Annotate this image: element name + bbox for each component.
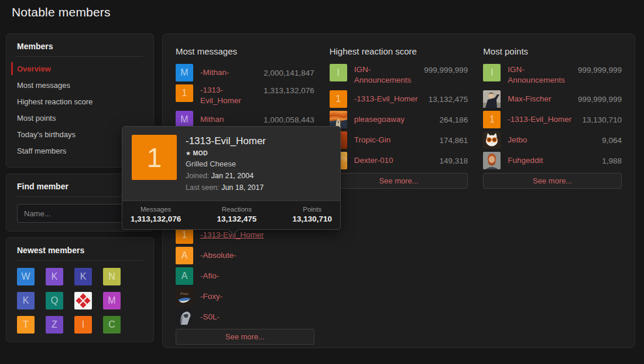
member-stat-value: 1,313,132,076 xyxy=(259,86,314,95)
member-row: Jetbo9,064 xyxy=(483,131,622,149)
avatar-bearded-man-art[interactable] xyxy=(483,152,501,169)
moderator-badge: ★MOD xyxy=(186,149,266,157)
column-highest-reaction-score: Highest reaction score IIGN-Announcement… xyxy=(330,46,468,335)
letter-avatar[interactable]: A xyxy=(176,267,193,285)
sidebar-item-most-points[interactable]: Most points xyxy=(17,110,143,126)
member-row: Tropic-Gin174,861 xyxy=(330,131,468,149)
member-stat-value: 2,000,141,847 xyxy=(259,69,314,77)
member-name-link[interactable]: -Afio- xyxy=(200,271,219,281)
letter-avatar[interactable]: 1 xyxy=(330,90,347,108)
member-name-link[interactable]: -Absolute- xyxy=(200,250,237,261)
member-name-link[interactable]: -1313-Evil_Homer xyxy=(200,85,259,106)
last-seen-value: Jun 18, 2017 xyxy=(221,183,263,192)
badge-label: MOD xyxy=(193,149,208,157)
member-name-link[interactable]: -S0L- xyxy=(200,312,220,322)
member-name-link[interactable]: -Mithan- xyxy=(200,67,229,78)
letter-avatar[interactable]: M xyxy=(176,64,193,81)
member-row: pleasegoaway264,186 xyxy=(330,111,468,128)
member-stat-value: 999,999,999 xyxy=(419,66,468,74)
letter-avatar[interactable]: 1 xyxy=(483,111,501,128)
star-icon: ★ xyxy=(186,150,191,157)
member-row: IIGN-Announcements999,999,999 xyxy=(483,64,622,87)
member-tooltip: 1 -1313-Evil_Homer ★MOD Grilled Cheese J… xyxy=(122,126,341,230)
see-more-button[interactable]: See more... xyxy=(176,329,314,345)
letter-avatar[interactable]: K xyxy=(74,268,92,285)
letter-avatar[interactable]: I xyxy=(330,64,347,81)
column-title: Most messages xyxy=(176,46,314,56)
member-name-link[interactable]: Mithan xyxy=(200,114,224,125)
last-seen-label: Last seen: xyxy=(186,183,220,192)
member-name-link[interactable]: -1313-Evil_Homer xyxy=(354,94,418,104)
member-name-link[interactable]: -Foxy- xyxy=(200,291,222,302)
letter-avatar[interactable]: I xyxy=(483,64,501,81)
member-name-link[interactable]: Fuhgeddit xyxy=(508,155,543,166)
member-stat-value: 174,861 xyxy=(435,136,468,145)
sidebar-item-highest-reaction-score[interactable]: Highest reaction score xyxy=(17,93,143,110)
tooltip-info: -1313-Evil_Homer ★MOD Grilled Cheese Joi… xyxy=(186,135,266,195)
joined-label: Joined: xyxy=(186,172,209,180)
letter-avatar[interactable]: I xyxy=(74,316,92,334)
avatar-robot-helmet[interactable] xyxy=(176,308,193,326)
sidebar-item-most-messages[interactable]: Most messages xyxy=(17,77,143,93)
newest-members-title: Newest members xyxy=(17,246,143,261)
member-row: Foxy-Foxy- xyxy=(176,288,314,305)
sidebar-item-overview[interactable]: Overview xyxy=(17,60,143,77)
letter-avatar[interactable]: A xyxy=(176,247,193,264)
letter-avatar[interactable]: T xyxy=(17,316,35,334)
letter-avatar[interactable]: K xyxy=(46,268,63,285)
member-stat-value: 999,999,999 xyxy=(573,95,622,104)
column-title: Highest reaction score xyxy=(330,46,468,56)
member-stat-value: 13,130,710 xyxy=(577,115,622,124)
letter-avatar[interactable]: 1 xyxy=(176,84,193,102)
member-stat-value: 264,186 xyxy=(435,115,468,124)
tooltip-stats: Messages 1,313,132,076 Reactions 13,132,… xyxy=(122,200,340,229)
letter-avatar[interactable]: N xyxy=(103,268,121,285)
member-row: Dexter-010149,318 xyxy=(330,152,468,169)
member-name-link[interactable]: Max-Fischer xyxy=(508,94,551,104)
letter-avatar[interactable]: K xyxy=(17,292,35,309)
member-stat-value: 1,000,058,443 xyxy=(259,115,314,124)
see-more-button[interactable]: See more... xyxy=(483,173,622,189)
member-stat-value: 13,132,475 xyxy=(424,95,468,104)
stat-points: Points 13,130,710 xyxy=(292,206,332,223)
avatar-ign-logo[interactable] xyxy=(74,292,92,309)
member-name-link[interactable]: -1313-Evil_Homer xyxy=(508,114,571,125)
avatar-man-pointing-photo[interactable] xyxy=(483,90,501,108)
member-row: IIGN-Announcements999,999,999 xyxy=(330,64,468,87)
member-row: -S0L- xyxy=(176,308,314,326)
member-row: A-Afio- xyxy=(176,267,314,285)
member-name-link[interactable]: IGN-Announcements xyxy=(354,64,420,86)
member-stat-value: 149,318 xyxy=(435,157,468,165)
joined-row: Joined: Jan 21, 2004 xyxy=(186,171,266,181)
avatar-foxy-banner[interactable]: Foxy xyxy=(176,288,193,305)
member-stat-value: 9,064 xyxy=(597,136,622,145)
member-rows: M-Mithan-2,000,141,8471-1313-Evil_Homer1… xyxy=(176,64,314,128)
member-name-link[interactable]: Jetbo xyxy=(508,135,527,145)
member-name-link[interactable]: Tropic-Gin xyxy=(354,135,391,145)
member-name-link[interactable]: IGN-Announcements xyxy=(508,64,573,86)
letter-avatar[interactable]: C xyxy=(103,316,121,334)
letter-avatar[interactable]: Z xyxy=(46,316,63,334)
member-stat-value: 1,988 xyxy=(597,157,622,165)
column-most-points: Most points IIGN-Announcements999,999,99… xyxy=(483,46,622,335)
letter-avatar[interactable]: M xyxy=(103,292,121,309)
user-custom-title: Grilled Cheese xyxy=(186,159,266,169)
member-row: Max-Fischer999,999,999 xyxy=(483,90,622,108)
member-rows-lower: 1-1313-Evil_HomerA-Absolute-A-Afio-Foxy-… xyxy=(176,226,314,345)
column-title: Most points xyxy=(483,46,622,56)
joined-value: Jan 21, 2004 xyxy=(211,172,254,180)
member-rows: IIGN-Announcements999,999,999Max-Fischer… xyxy=(483,64,622,169)
page-title: Notable members xyxy=(12,5,111,19)
avatar-cat-sunglasses[interactable] xyxy=(483,131,501,149)
member-row: A-Absolute- xyxy=(176,247,314,264)
members-block-title: Members xyxy=(17,42,143,57)
letter-avatar[interactable]: Q xyxy=(46,292,63,309)
tooltip-username[interactable]: -1313-Evil_Homer xyxy=(186,135,266,147)
see-more-button[interactable]: See more... xyxy=(330,173,468,189)
tooltip-avatar[interactable]: 1 xyxy=(132,135,177,180)
member-name-link[interactable]: Dexter-010 xyxy=(354,155,393,166)
member-stat-value: 999,999,999 xyxy=(573,66,622,74)
member-name-link[interactable]: pleasegoaway xyxy=(354,114,405,125)
letter-avatar[interactable]: W xyxy=(17,268,35,285)
last-seen-row: Last seen: Jun 18, 2017 xyxy=(186,183,266,192)
